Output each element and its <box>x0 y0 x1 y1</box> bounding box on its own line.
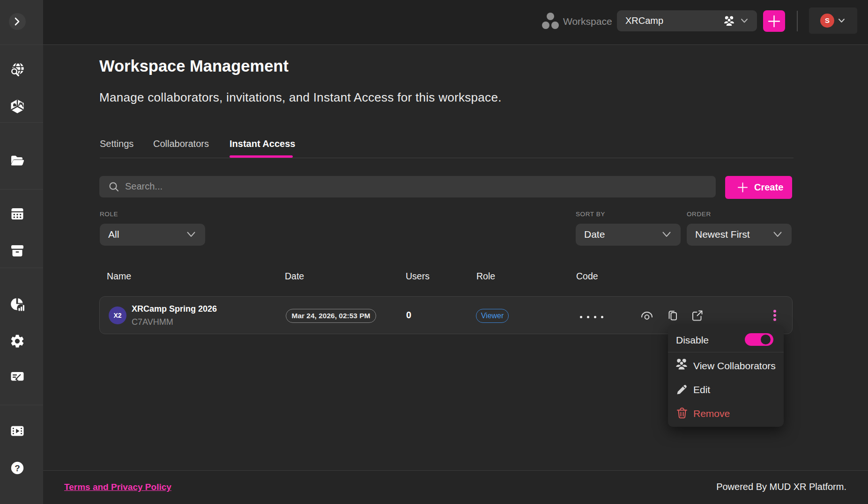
svg-text:?: ? <box>15 463 20 473</box>
